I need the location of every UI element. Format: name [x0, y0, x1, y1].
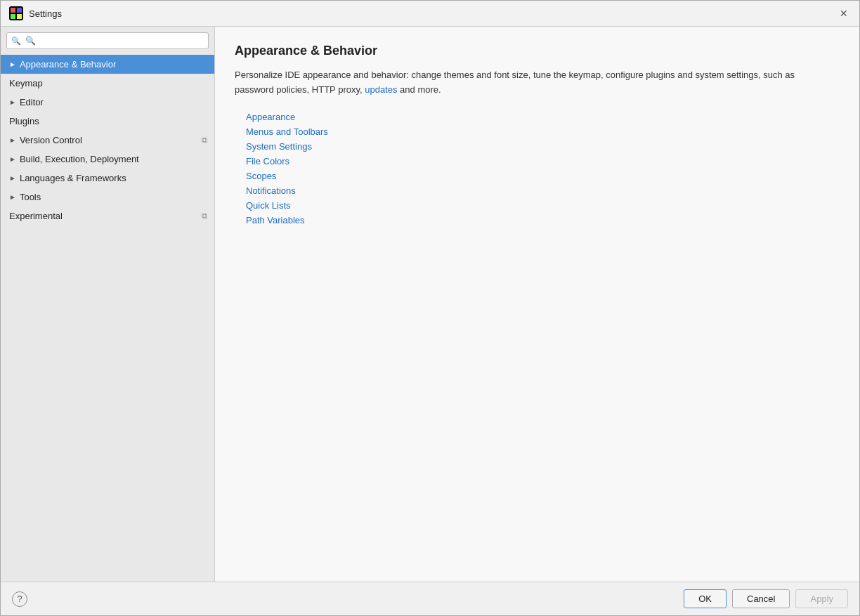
- sidebar-item-label: Plugins: [9, 116, 39, 126]
- sidebar-item-version-control[interactable]: ► Version Control ⧉: [1, 131, 214, 150]
- description-text-part2: and more.: [397, 84, 441, 95]
- description-link-updates[interactable]: updates: [365, 84, 397, 95]
- sidebar-item-build-execution-deployment[interactable]: ► Build, Execution, Deployment: [1, 150, 214, 169]
- sidebar-item-label: Experimental: [9, 211, 63, 221]
- content-description: Personalize IDE appearance and behavior:…: [235, 68, 832, 98]
- sidebar-item-label: Keymap: [9, 78, 43, 89]
- link-path-variables[interactable]: Path Variables: [246, 215, 840, 225]
- content-title: Appearance & Behavior: [235, 44, 840, 58]
- chevron-icon: ►: [9, 174, 16, 182]
- cancel-button[interactable]: Cancel: [732, 589, 790, 608]
- settings-window: Settings ✕ 🔍 ► Appearance & Behavior: [0, 0, 860, 616]
- copy-icon: ⧉: [202, 211, 207, 221]
- svg-rect-1: [11, 8, 15, 13]
- link-file-colors[interactable]: File Colors: [246, 156, 840, 166]
- svg-rect-3: [11, 14, 15, 19]
- search-box: 🔍: [6, 32, 209, 49]
- search-input[interactable]: [6, 32, 209, 49]
- sidebar-item-plugins[interactable]: Plugins: [1, 112, 214, 131]
- sidebar-item-languages-frameworks[interactable]: ► Languages & Frameworks: [1, 169, 214, 188]
- sidebar-item-label: Version Control: [20, 135, 82, 145]
- svg-rect-2: [17, 8, 22, 13]
- help-icon: ?: [17, 594, 22, 604]
- chevron-icon: ►: [9, 193, 16, 201]
- link-system-settings[interactable]: System Settings: [246, 141, 840, 152]
- search-icon: 🔍: [11, 37, 21, 46]
- sidebar-item-tools[interactable]: ► Tools: [1, 188, 214, 207]
- sidebar-item-appearance-behavior[interactable]: ► Appearance & Behavior: [1, 55, 214, 74]
- content-area: Appearance & Behavior Personalize IDE ap…: [215, 27, 859, 582]
- chevron-icon: ►: [9, 60, 16, 68]
- close-button[interactable]: ✕: [837, 6, 851, 20]
- title-bar-left: Settings: [9, 6, 62, 20]
- link-menus-toolbars[interactable]: Menus and Toolbars: [246, 126, 840, 137]
- link-quick-lists[interactable]: Quick Lists: [246, 200, 840, 211]
- sidebar-item-editor[interactable]: ► Editor: [1, 93, 214, 112]
- link-scopes[interactable]: Scopes: [246, 171, 840, 181]
- main-content: 🔍 ► Appearance & Behavior Keymap: [1, 27, 859, 582]
- help-button[interactable]: ?: [12, 591, 27, 607]
- copy-icon: ⧉: [202, 136, 207, 145]
- link-appearance[interactable]: Appearance: [246, 112, 840, 122]
- sidebar-item-label: Tools: [20, 192, 41, 202]
- nav-list: ► Appearance & Behavior Keymap ► Editor: [1, 53, 214, 582]
- link-notifications[interactable]: Notifications: [246, 185, 840, 196]
- chevron-icon: ►: [9, 155, 16, 163]
- sidebar-item-label: Appearance & Behavior: [20, 59, 116, 70]
- window-title: Settings: [29, 8, 62, 19]
- sidebar-item-label: Build, Execution, Deployment: [20, 154, 139, 164]
- chevron-icon: ►: [9, 136, 16, 144]
- sidebar-item-label: Editor: [20, 97, 44, 107]
- app-icon: [9, 6, 23, 20]
- chevron-icon: ►: [9, 98, 16, 106]
- footer-left: ?: [12, 591, 27, 607]
- ok-button[interactable]: OK: [684, 589, 727, 608]
- sidebar-item-experimental[interactable]: Experimental ⧉: [1, 207, 214, 225]
- sidebar: 🔍 ► Appearance & Behavior Keymap: [1, 27, 215, 582]
- title-bar: Settings ✕: [1, 1, 859, 27]
- links-list: Appearance Menus and Toolbars System Set…: [235, 112, 840, 225]
- sidebar-item-label: Languages & Frameworks: [20, 173, 126, 183]
- description-text-part1: Personalize IDE appearance and behavior:…: [235, 70, 795, 95]
- sidebar-item-keymap[interactable]: Keymap: [1, 74, 214, 93]
- footer: ? OK Cancel Apply: [1, 582, 859, 615]
- apply-button[interactable]: Apply: [795, 589, 848, 608]
- svg-rect-4: [17, 14, 22, 19]
